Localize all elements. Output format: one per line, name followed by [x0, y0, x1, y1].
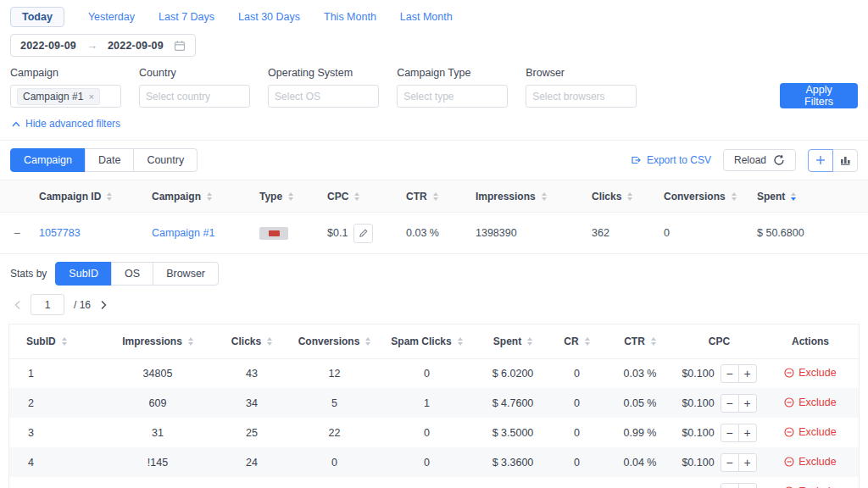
chart-view-button[interactable] [832, 149, 858, 172]
exclude-button[interactable]: Exclude [784, 367, 836, 379]
subid-value: 5 [9, 477, 103, 488]
column-header-conversions[interactable]: Conversions [291, 324, 378, 358]
column-header-ctr[interactable]: CTR [399, 180, 469, 213]
view-mode-toggle [808, 149, 858, 172]
range-today-button[interactable]: Today [10, 7, 64, 27]
cpc-increase-button[interactable]: + [738, 453, 757, 472]
cpc-increase-button[interactable]: + [738, 483, 757, 488]
sort-icon[interactable] [732, 192, 737, 201]
sort-icon[interactable] [267, 337, 272, 346]
chevron-up-icon [12, 121, 20, 127]
range-this-month-button[interactable]: This Month [324, 8, 376, 26]
sort-icon[interactable] [542, 192, 547, 201]
tab-os[interactable]: OS [111, 262, 153, 286]
ctr-value: 0.02 % [604, 477, 676, 488]
column-header-cpc[interactable]: CPC [320, 180, 399, 213]
sort-icon[interactable] [651, 337, 656, 346]
table-view-button[interactable] [808, 149, 833, 172]
spam-clicks-value: 0 [378, 418, 476, 447]
sort-icon[interactable] [585, 337, 590, 346]
next-page-button[interactable] [100, 300, 108, 310]
prev-page-button[interactable] [14, 300, 21, 310]
collapse-row-button[interactable]: − [7, 226, 20, 240]
exclude-button[interactable]: Exclude [784, 426, 836, 438]
country-filter-input[interactable] [146, 91, 243, 103]
sort-icon[interactable] [527, 337, 532, 346]
sort-icon[interactable] [365, 337, 370, 346]
cpc-decrease-button[interactable]: − [721, 394, 739, 413]
range-last30-button[interactable]: Last 30 Days [238, 8, 300, 26]
circle-minus-icon [784, 397, 794, 408]
sort-icon[interactable] [288, 192, 293, 201]
exclude-button[interactable]: Exclude [784, 396, 836, 408]
column-header-impressions[interactable]: Impressions [469, 180, 585, 213]
sort-icon[interactable] [354, 192, 359, 201]
cpc-decrease-button[interactable]: − [721, 453, 739, 472]
column-header-subid[interactable]: SubID [9, 324, 103, 358]
range-last-month-button[interactable]: Last Month [400, 8, 453, 26]
apply-filters-button[interactable]: Apply Filters [780, 83, 858, 108]
tab-country[interactable]: Country [133, 148, 198, 172]
cpc-decrease-button[interactable]: − [721, 364, 739, 383]
export-csv-link[interactable]: Export to CSV [630, 154, 711, 166]
conversions-value: 12 [291, 358, 378, 388]
column-header-clicks[interactable]: Clicks [585, 180, 657, 213]
reload-icon [773, 154, 785, 166]
page-number-input[interactable] [31, 294, 64, 315]
subid-value: 3 [9, 418, 103, 447]
campaign-cpc-value: $0.1 [327, 227, 348, 239]
stats-by-label: Stats by [10, 268, 47, 280]
column-header-campaign-id[interactable]: Campaign ID [32, 180, 145, 213]
campaign-name-link[interactable]: Campaign #1 [152, 227, 214, 239]
ctr-value: 0.99 % [604, 418, 676, 447]
cpc-decrease-button[interactable]: − [721, 483, 739, 488]
os-filter-input[interactable] [275, 91, 372, 103]
column-header-type[interactable]: Type [253, 180, 320, 213]
column-header-clicks[interactable]: Clicks [213, 324, 291, 358]
column-header-conversions[interactable]: Conversions [657, 180, 750, 213]
sort-icon[interactable] [458, 337, 463, 346]
cpc-increase-button[interactable]: + [738, 364, 757, 383]
tab-subid[interactable]: SubID [55, 262, 112, 286]
campaign-id-link[interactable]: 1057783 [39, 227, 81, 239]
impressions-value: 34805 [103, 358, 213, 388]
exclude-button[interactable]: Exclude [784, 456, 836, 468]
column-header-campaign[interactable]: Campaign [145, 180, 253, 213]
sort-icon[interactable] [107, 192, 112, 201]
sort-icon[interactable] [62, 337, 67, 346]
circle-minus-icon [784, 427, 794, 437]
reload-button[interactable]: Reload [723, 149, 796, 171]
range-yesterday-button[interactable]: Yesterday [88, 8, 135, 26]
exclude-button[interactable]: Exclude [784, 485, 836, 488]
column-header-spent[interactable]: Spent [476, 324, 550, 358]
ctr-value: 0.04 % [604, 447, 676, 477]
tab-browser[interactable]: Browser [153, 262, 219, 286]
sort-icon[interactable] [207, 192, 212, 201]
date-range-picker[interactable]: 2022-09-09 → 2022-09-09 [10, 34, 196, 57]
column-header-spam-clicks[interactable]: Spam Clicks [378, 324, 476, 358]
hide-advanced-filters-link[interactable]: Hide advanced filters [0, 108, 868, 140]
sort-icon[interactable] [791, 192, 796, 201]
date-start[interactable]: 2022-09-09 [20, 40, 76, 52]
column-header-cr[interactable]: CR [550, 324, 604, 358]
sort-icon[interactable] [433, 192, 438, 201]
chevron-right-icon [100, 300, 108, 310]
campaign-filter-input[interactable]: Campaign #1 × [10, 85, 121, 108]
subid-table: SubID Impressions Clicks Conversions Spa… [9, 324, 859, 488]
column-header-ctr[interactable]: CTR [604, 324, 676, 358]
date-end[interactable]: 2022-09-09 [108, 40, 164, 52]
remove-tag-icon[interactable]: × [88, 92, 93, 102]
column-header-spent[interactable]: Spent [750, 180, 868, 213]
column-header-impressions[interactable]: Impressions [103, 324, 213, 358]
range-last7-button[interactable]: Last 7 Days [159, 8, 214, 26]
tab-campaign[interactable]: Campaign [10, 148, 86, 172]
edit-cpc-button[interactable] [353, 224, 373, 243]
cpc-increase-button[interactable]: + [738, 394, 757, 413]
cpc-increase-button[interactable]: + [738, 424, 757, 442]
sort-icon[interactable] [188, 337, 193, 346]
browser-filter-input[interactable] [532, 91, 630, 103]
campaign-type-filter-input[interactable] [403, 91, 501, 103]
tab-date[interactable]: Date [85, 148, 134, 172]
cpc-decrease-button[interactable]: − [721, 424, 739, 442]
sort-icon[interactable] [627, 192, 632, 201]
